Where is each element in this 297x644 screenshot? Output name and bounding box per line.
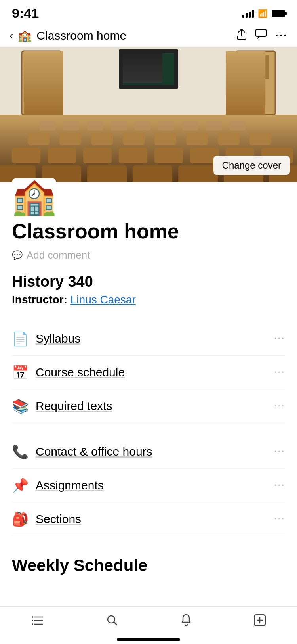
list-group-2: 📞 Contact & office hours ··· 📌 Assignmen… <box>12 435 285 536</box>
list-icon <box>31 615 44 629</box>
svg-rect-32 <box>249 132 271 145</box>
add-icon <box>254 614 266 629</box>
svg-rect-28 <box>123 132 145 145</box>
required-texts-icon: 📚 <box>12 398 29 414</box>
svg-rect-5 <box>28 55 40 79</box>
svg-point-52 <box>32 620 33 621</box>
svg-rect-9 <box>123 53 174 85</box>
home-indicator <box>117 638 180 641</box>
back-button[interactable]: ‹ <box>10 29 13 42</box>
svg-rect-31 <box>218 132 240 145</box>
assignments-more-icon[interactable]: ··· <box>274 480 285 491</box>
instructor-label: Instructor: <box>12 293 67 306</box>
svg-point-53 <box>32 623 33 625</box>
page-title: Classroom home <box>0 214 297 246</box>
contact-label: Contact & office hours <box>36 445 152 458</box>
required-texts-label: Required texts <box>36 399 112 413</box>
syllabus-label: Syllabus <box>36 332 80 345</box>
svg-rect-24 <box>230 121 246 130</box>
svg-rect-18 <box>87 121 103 130</box>
svg-rect-19 <box>111 121 127 130</box>
svg-rect-10 <box>236 51 275 115</box>
comment-icon: 💬 <box>12 250 23 261</box>
list-item-assignments[interactable]: 📌 Assignments ··· <box>12 469 285 502</box>
instructor-name[interactable]: Linus Caesar <box>70 293 136 306</box>
course-schedule-more-icon[interactable]: ··· <box>274 367 285 378</box>
svg-rect-8 <box>119 49 178 89</box>
svg-rect-12 <box>242 55 253 79</box>
nav-right: ··· <box>236 28 287 43</box>
contact-more-icon[interactable]: ··· <box>274 447 285 457</box>
course-schedule-label: Course schedule <box>36 366 125 379</box>
more-menu-icon[interactable]: ··· <box>275 29 287 42</box>
signal-icon <box>242 9 254 18</box>
svg-rect-13 <box>257 55 269 79</box>
list-item-contact-office-hours[interactable]: 📞 Contact & office hours ··· <box>12 435 285 469</box>
nav-bar: ‹ 🏫 Classroom home ··· <box>0 24 297 47</box>
svg-rect-35 <box>83 148 112 163</box>
list-group-1: 📄 Syllabus ··· 📅 Course schedule ··· 📚 R… <box>12 322 285 423</box>
page-icon: 🏫 <box>12 178 56 214</box>
course-schedule-icon: 📅 <box>12 364 29 380</box>
svg-rect-21 <box>158 121 174 130</box>
cover-image: Change cover <box>0 47 297 182</box>
svg-rect-23 <box>206 121 222 130</box>
sections-icon: 🎒 <box>12 511 29 527</box>
add-comment-text: Add comment <box>27 249 90 261</box>
main-content: History 340 Instructor: Linus Caesar 📄 S… <box>0 273 297 536</box>
required-texts-more-icon[interactable]: ··· <box>274 401 285 411</box>
svg-rect-34 <box>48 148 76 163</box>
svg-rect-3 <box>22 51 61 115</box>
svg-rect-17 <box>63 121 79 130</box>
message-icon[interactable] <box>255 29 267 42</box>
sections-label: Sections <box>36 512 81 526</box>
battery-icon <box>272 10 285 17</box>
syllabus-more-icon[interactable]: ··· <box>274 334 285 344</box>
sections-more-icon[interactable]: ··· <box>274 514 285 524</box>
svg-rect-11 <box>236 51 275 115</box>
page-icon-wrapper: 🏫 <box>0 178 297 214</box>
list-item-required-texts[interactable]: 📚 Required texts ··· <box>12 389 285 423</box>
svg-rect-27 <box>91 132 113 145</box>
svg-rect-29 <box>154 132 176 145</box>
weekly-schedule-title: Weekly Schedule <box>12 556 285 575</box>
bell-icon <box>181 614 192 630</box>
svg-rect-2 <box>0 47 297 119</box>
tab-search[interactable] <box>106 614 118 629</box>
svg-rect-4 <box>22 51 61 115</box>
svg-rect-20 <box>135 121 150 130</box>
svg-line-55 <box>114 622 117 625</box>
svg-rect-36 <box>119 148 147 163</box>
nav-left: ‹ 🏫 Classroom home <box>10 29 126 42</box>
nav-page-icon: 🏫 <box>18 29 32 42</box>
svg-point-14 <box>242 83 246 87</box>
change-cover-button[interactable]: Change cover <box>213 156 290 175</box>
list-item-sections[interactable]: 🎒 Sections ··· <box>12 502 285 536</box>
svg-rect-25 <box>28 132 50 145</box>
course-name: History 340 <box>12 273 285 290</box>
list-item-syllabus[interactable]: 📄 Syllabus ··· <box>12 322 285 356</box>
instructor-line: Instructor: Linus Caesar <box>12 293 285 306</box>
assignments-icon: 📌 <box>12 477 29 493</box>
svg-rect-6 <box>44 55 55 79</box>
svg-rect-22 <box>182 121 198 130</box>
status-time: 9:41 <box>12 6 39 21</box>
svg-rect-33 <box>12 148 40 163</box>
status-bar: 9:41 📶 <box>0 0 297 24</box>
svg-rect-16 <box>40 121 55 130</box>
tab-notifications[interactable] <box>181 614 192 630</box>
nav-title: Classroom home <box>36 29 126 42</box>
tab-list[interactable] <box>31 615 44 629</box>
add-comment-row[interactable]: 💬 Add comment <box>0 246 297 273</box>
list-item-course-schedule[interactable]: 📅 Course schedule ··· <box>12 356 285 389</box>
status-icons: 📶 <box>242 9 285 18</box>
weekly-section: Weekly Schedule <box>0 548 297 575</box>
syllabus-icon: 📄 <box>12 331 29 347</box>
search-icon <box>106 614 118 629</box>
assignments-label: Assignments <box>36 479 104 492</box>
svg-rect-0 <box>256 29 266 36</box>
share-icon[interactable] <box>236 28 247 43</box>
contact-icon: 📞 <box>12 444 29 460</box>
tab-add[interactable] <box>254 614 266 629</box>
wifi-icon: 📶 <box>258 9 268 18</box>
